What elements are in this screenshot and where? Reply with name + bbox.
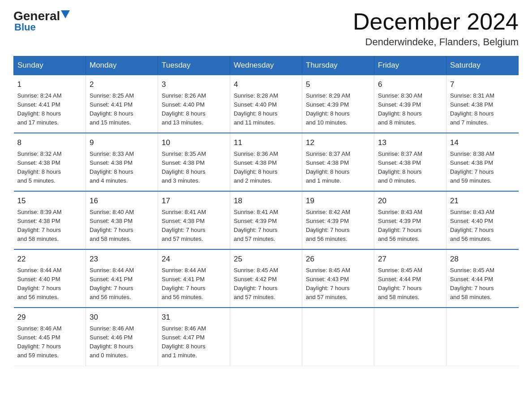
day-info: Sunrise: 8:24 AM Sunset: 4:41 PM Dayligh… <box>17 91 82 128</box>
day-info: Sunrise: 8:46 AM Sunset: 4:45 PM Dayligh… <box>17 324 82 360</box>
day-info: Sunrise: 8:41 AM Sunset: 4:38 PM Dayligh… <box>162 208 226 244</box>
day-info: Sunrise: 8:45 AM Sunset: 4:43 PM Dayligh… <box>306 266 370 302</box>
day-number: 16 <box>90 195 154 207</box>
calendar-cell: 23Sunrise: 8:44 AM Sunset: 4:41 PM Dayli… <box>86 249 158 308</box>
calendar-week-row: 22Sunrise: 8:44 AM Sunset: 4:40 PM Dayli… <box>14 249 519 308</box>
calendar-cell <box>302 308 374 366</box>
day-info: Sunrise: 8:45 AM Sunset: 4:44 PM Dayligh… <box>378 266 442 302</box>
calendar-body: 1Sunrise: 8:24 AM Sunset: 4:41 PM Daylig… <box>14 75 519 366</box>
calendar-cell <box>374 308 446 366</box>
day-number: 28 <box>450 253 515 265</box>
day-info: Sunrise: 8:29 AM Sunset: 4:39 PM Dayligh… <box>306 91 370 128</box>
col-tuesday: Tuesday <box>158 56 230 75</box>
calendar-title: December 2024 <box>353 9 519 34</box>
day-number: 31 <box>162 312 226 323</box>
day-info: Sunrise: 8:36 AM Sunset: 4:38 PM Dayligh… <box>234 150 298 186</box>
calendar-cell: 30Sunrise: 8:46 AM Sunset: 4:46 PM Dayli… <box>86 308 158 366</box>
logo: General Blue <box>13 9 71 33</box>
calendar-cell: 16Sunrise: 8:40 AM Sunset: 4:38 PM Dayli… <box>86 191 158 249</box>
calendar-cell: 2Sunrise: 8:25 AM Sunset: 4:41 PM Daylig… <box>86 75 158 133</box>
day-info: Sunrise: 8:44 AM Sunset: 4:41 PM Dayligh… <box>162 266 226 302</box>
calendar-cell: 12Sunrise: 8:37 AM Sunset: 4:38 PM Dayli… <box>302 133 374 191</box>
calendar-week-row: 29Sunrise: 8:46 AM Sunset: 4:45 PM Dayli… <box>14 308 519 366</box>
logo-arrow-icon <box>61 10 71 20</box>
day-number: 8 <box>17 137 82 149</box>
calendar-cell: 4Sunrise: 8:28 AM Sunset: 4:40 PM Daylig… <box>230 75 302 133</box>
day-number: 5 <box>306 79 370 90</box>
calendar-table: Sunday Monday Tuesday Wednesday Thursday… <box>13 56 519 366</box>
calendar-cell: 8Sunrise: 8:32 AM Sunset: 4:38 PM Daylig… <box>14 133 86 191</box>
title-block: December 2024 Denderwindeke, Flanders, B… <box>353 9 519 48</box>
day-info: Sunrise: 8:25 AM Sunset: 4:41 PM Dayligh… <box>90 91 154 128</box>
day-number: 17 <box>162 195 226 207</box>
days-of-week-row: Sunday Monday Tuesday Wednesday Thursday… <box>14 56 519 75</box>
day-number: 2 <box>90 79 154 90</box>
calendar-cell: 17Sunrise: 8:41 AM Sunset: 4:38 PM Dayli… <box>158 191 230 249</box>
day-number: 24 <box>162 253 226 265</box>
day-info: Sunrise: 8:40 AM Sunset: 4:38 PM Dayligh… <box>90 208 154 244</box>
calendar-cell: 7Sunrise: 8:31 AM Sunset: 4:38 PM Daylig… <box>446 75 519 133</box>
day-info: Sunrise: 8:38 AM Sunset: 4:38 PM Dayligh… <box>450 150 515 186</box>
calendar-cell: 31Sunrise: 8:46 AM Sunset: 4:47 PM Dayli… <box>158 308 230 366</box>
col-wednesday: Wednesday <box>230 56 302 75</box>
calendar-week-row: 15Sunrise: 8:39 AM Sunset: 4:38 PM Dayli… <box>14 191 519 249</box>
day-number: 14 <box>450 137 515 149</box>
calendar-subtitle: Denderwindeke, Flanders, Belgium <box>353 36 519 48</box>
page-header: General Blue December 2024 Denderwindeke… <box>13 9 519 48</box>
calendar-cell: 29Sunrise: 8:46 AM Sunset: 4:45 PM Dayli… <box>14 308 86 366</box>
calendar-cell: 3Sunrise: 8:26 AM Sunset: 4:40 PM Daylig… <box>158 75 230 133</box>
calendar-cell <box>230 308 302 366</box>
day-number: 3 <box>162 79 226 90</box>
day-info: Sunrise: 8:37 AM Sunset: 4:38 PM Dayligh… <box>378 150 442 186</box>
calendar-cell: 27Sunrise: 8:45 AM Sunset: 4:44 PM Dayli… <box>374 249 446 308</box>
col-monday: Monday <box>86 56 158 75</box>
day-info: Sunrise: 8:37 AM Sunset: 4:38 PM Dayligh… <box>306 150 370 186</box>
day-number: 29 <box>17 312 82 323</box>
calendar-cell: 9Sunrise: 8:33 AM Sunset: 4:38 PM Daylig… <box>86 133 158 191</box>
calendar-cell: 25Sunrise: 8:45 AM Sunset: 4:42 PM Dayli… <box>230 249 302 308</box>
day-number: 1 <box>17 79 82 90</box>
day-info: Sunrise: 8:43 AM Sunset: 4:40 PM Dayligh… <box>450 208 515 244</box>
col-thursday: Thursday <box>302 56 374 75</box>
calendar-cell: 10Sunrise: 8:35 AM Sunset: 4:38 PM Dayli… <box>158 133 230 191</box>
day-number: 6 <box>378 79 442 90</box>
calendar-cell: 20Sunrise: 8:43 AM Sunset: 4:39 PM Dayli… <box>374 191 446 249</box>
calendar-cell: 14Sunrise: 8:38 AM Sunset: 4:38 PM Dayli… <box>446 133 519 191</box>
calendar-cell: 1Sunrise: 8:24 AM Sunset: 4:41 PM Daylig… <box>14 75 86 133</box>
calendar-cell: 6Sunrise: 8:30 AM Sunset: 4:39 PM Daylig… <box>374 75 446 133</box>
day-info: Sunrise: 8:35 AM Sunset: 4:38 PM Dayligh… <box>162 150 226 186</box>
day-number: 21 <box>450 195 515 207</box>
day-info: Sunrise: 8:30 AM Sunset: 4:39 PM Dayligh… <box>378 91 442 128</box>
day-number: 23 <box>90 253 154 265</box>
day-info: Sunrise: 8:44 AM Sunset: 4:41 PM Dayligh… <box>90 266 154 302</box>
calendar-cell <box>446 308 519 366</box>
day-number: 15 <box>17 195 82 207</box>
day-info: Sunrise: 8:46 AM Sunset: 4:46 PM Dayligh… <box>90 324 154 360</box>
day-number: 26 <box>306 253 370 265</box>
day-number: 30 <box>90 312 154 323</box>
calendar-cell: 13Sunrise: 8:37 AM Sunset: 4:38 PM Dayli… <box>374 133 446 191</box>
calendar-cell: 28Sunrise: 8:45 AM Sunset: 4:44 PM Dayli… <box>446 249 519 308</box>
day-info: Sunrise: 8:32 AM Sunset: 4:38 PM Dayligh… <box>17 150 82 186</box>
day-info: Sunrise: 8:39 AM Sunset: 4:38 PM Dayligh… <box>17 208 82 244</box>
calendar-cell: 15Sunrise: 8:39 AM Sunset: 4:38 PM Dayli… <box>14 191 86 249</box>
day-number: 10 <box>162 137 226 149</box>
calendar-cell: 18Sunrise: 8:41 AM Sunset: 4:39 PM Dayli… <box>230 191 302 249</box>
day-info: Sunrise: 8:45 AM Sunset: 4:42 PM Dayligh… <box>234 266 298 302</box>
day-info: Sunrise: 8:46 AM Sunset: 4:47 PM Dayligh… <box>162 324 226 360</box>
col-sunday: Sunday <box>14 56 86 75</box>
calendar-week-row: 8Sunrise: 8:32 AM Sunset: 4:38 PM Daylig… <box>14 133 519 191</box>
day-info: Sunrise: 8:44 AM Sunset: 4:40 PM Dayligh… <box>17 266 82 302</box>
calendar-cell: 19Sunrise: 8:42 AM Sunset: 4:39 PM Dayli… <box>302 191 374 249</box>
svg-marker-0 <box>61 10 70 18</box>
day-info: Sunrise: 8:42 AM Sunset: 4:39 PM Dayligh… <box>306 208 370 244</box>
day-info: Sunrise: 8:41 AM Sunset: 4:39 PM Dayligh… <box>234 208 298 244</box>
day-number: 7 <box>450 79 515 90</box>
calendar-cell: 22Sunrise: 8:44 AM Sunset: 4:40 PM Dayli… <box>14 249 86 308</box>
day-number: 9 <box>90 137 154 149</box>
day-number: 27 <box>378 253 442 265</box>
day-info: Sunrise: 8:26 AM Sunset: 4:40 PM Dayligh… <box>162 91 226 128</box>
day-number: 20 <box>378 195 442 207</box>
col-saturday: Saturday <box>446 56 519 75</box>
day-number: 12 <box>306 137 370 149</box>
